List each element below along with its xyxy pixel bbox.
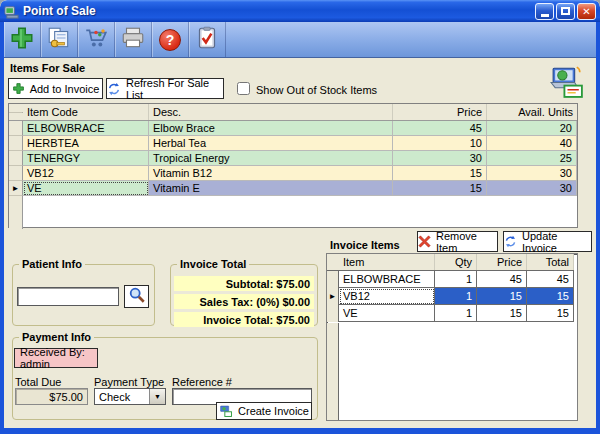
window-border-bottom bbox=[0, 428, 600, 434]
items-for-sale-table: Item Code Desc. Price Avail. Units ELBOW… bbox=[8, 103, 578, 228]
payment-type-dropdown[interactable]: Check ▼ bbox=[94, 388, 166, 405]
refresh-for-sale-label: Refresh For Sale List bbox=[126, 77, 223, 101]
row-selector[interactable] bbox=[9, 151, 23, 166]
cell-price[interactable]: 30 bbox=[393, 151, 487, 166]
payment-info-title: Payment Info bbox=[19, 331, 94, 343]
app-icon bbox=[4, 4, 19, 19]
cell-price[interactable]: 10 bbox=[393, 136, 487, 151]
cell-qty[interactable]: 1 bbox=[435, 288, 477, 305]
table-row-selected[interactable]: ► VE Vitamin E 15 30 bbox=[9, 181, 577, 196]
table-row[interactable]: HERBTEA Herbal Tea 10 40 bbox=[9, 136, 577, 151]
row-selector[interactable] bbox=[9, 136, 23, 151]
toolbar-items-button[interactable] bbox=[41, 22, 78, 57]
row-selector[interactable] bbox=[9, 166, 23, 181]
cell-desc[interactable]: Vitamin B12 bbox=[149, 166, 393, 181]
cell-desc[interactable]: Herbal Tea bbox=[149, 136, 393, 151]
cell-qty[interactable]: 1 bbox=[435, 305, 477, 322]
maximize-button[interactable] bbox=[556, 3, 575, 20]
cell-total[interactable]: 45 bbox=[527, 271, 574, 288]
add-to-invoice-button[interactable]: Add to Invoice bbox=[8, 78, 103, 99]
cell-price[interactable]: 15 bbox=[393, 166, 487, 181]
payment-type-label: Payment Type bbox=[94, 376, 164, 388]
chevron-down-icon[interactable]: ▼ bbox=[149, 389, 165, 404]
cell-avail-units[interactable]: 40 bbox=[487, 136, 577, 151]
toolbar-help-button[interactable]: ? bbox=[152, 22, 189, 57]
patient-search-button[interactable] bbox=[124, 285, 149, 308]
cell-item-code[interactable]: VE bbox=[23, 181, 149, 196]
row-selector-arrow[interactable]: ► bbox=[9, 181, 23, 196]
cell-qty[interactable]: 1 bbox=[435, 271, 477, 288]
cell-avail-units[interactable]: 25 bbox=[487, 151, 577, 166]
column-header-item[interactable]: Item bbox=[339, 254, 435, 270]
table-row[interactable]: VB12 Vitamin B12 15 30 bbox=[9, 166, 577, 181]
cell-price[interactable]: 45 bbox=[477, 271, 527, 288]
toolbar-print-button[interactable] bbox=[115, 22, 152, 57]
toolbar-checkout-button[interactable] bbox=[189, 22, 226, 57]
close-button[interactable]: ✕ bbox=[577, 3, 596, 20]
table-row[interactable]: ELBOWBRACE Elbow Brace 45 20 bbox=[9, 121, 577, 136]
row-selector[interactable] bbox=[327, 305, 339, 322]
create-invoice-icon bbox=[219, 404, 233, 418]
column-header-qty[interactable]: Qty bbox=[435, 254, 477, 270]
help-icon: ? bbox=[159, 29, 181, 51]
refresh-for-sale-button[interactable]: Refresh For Sale List bbox=[106, 78, 224, 99]
cell-avail-units[interactable]: 30 bbox=[487, 166, 577, 181]
refresh-icon bbox=[107, 82, 121, 96]
cell-desc[interactable]: Vitamin E bbox=[149, 181, 393, 196]
row-selector[interactable] bbox=[327, 271, 339, 288]
table-row[interactable]: VE 1 15 15 bbox=[327, 305, 574, 322]
cell-avail-units[interactable]: 30 bbox=[487, 181, 577, 196]
invoice-total-strip: Invoice Total: $75.00 bbox=[174, 312, 314, 327]
minimize-button[interactable] bbox=[535, 3, 554, 20]
cell-total[interactable]: 15 bbox=[527, 305, 574, 322]
remove-x-icon bbox=[418, 235, 431, 248]
cell-item-code[interactable]: HERBTEA bbox=[23, 136, 149, 151]
items-for-sale-title: Items For Sale bbox=[10, 62, 85, 74]
cell-price[interactable]: 45 bbox=[393, 121, 487, 136]
remove-item-button[interactable]: Remove Item bbox=[417, 231, 498, 252]
table-row-selected[interactable]: ► VB12 1 15 15 bbox=[327, 288, 574, 305]
point-of-sale-window: Point of Sale ✕ ? bbox=[0, 0, 600, 434]
invoice-items-title: Invoice Items bbox=[330, 239, 400, 251]
column-header-price[interactable]: Price bbox=[477, 254, 527, 270]
column-header-price[interactable]: Price bbox=[393, 104, 487, 120]
cell-item[interactable]: ELBOWBRACE bbox=[339, 271, 435, 288]
patient-search-input[interactable] bbox=[17, 287, 119, 306]
cell-item-code[interactable]: ELBOWBRACE bbox=[23, 121, 149, 136]
column-header-avail-units[interactable]: Avail. Units bbox=[487, 104, 577, 120]
row-header-corner bbox=[9, 112, 23, 113]
window-border-right bbox=[596, 22, 600, 428]
toolbar-cart-button[interactable] bbox=[78, 22, 115, 57]
patient-info-title: Patient Info bbox=[19, 258, 85, 270]
row-selector-arrow[interactable]: ► bbox=[327, 288, 339, 305]
cell-item[interactable]: VB12 bbox=[339, 288, 435, 305]
create-invoice-button[interactable]: Create Invoice bbox=[216, 402, 312, 420]
cell-desc[interactable]: Elbow Brace bbox=[149, 121, 393, 136]
column-header-desc[interactable]: Desc. bbox=[149, 104, 393, 120]
print-icon bbox=[120, 25, 146, 55]
table-row[interactable]: TENERGY Tropical Energy 30 25 bbox=[9, 151, 577, 166]
cell-total[interactable]: 15 bbox=[527, 288, 574, 305]
cell-price[interactable]: 15 bbox=[477, 305, 527, 322]
cell-item-code[interactable]: TENERGY bbox=[23, 151, 149, 166]
update-invoice-label: Update Invoice bbox=[522, 230, 591, 254]
cell-desc[interactable]: Tropical Energy bbox=[149, 151, 393, 166]
table-row[interactable]: ELBOWBRACE 1 45 45 bbox=[327, 271, 574, 288]
create-invoice-label: Create Invoice bbox=[238, 405, 309, 417]
show-out-of-stock-checkbox[interactable] bbox=[237, 82, 250, 95]
add-icon bbox=[9, 25, 35, 55]
column-header-item-code[interactable]: Item Code bbox=[23, 104, 149, 120]
cell-price[interactable]: 15 bbox=[393, 181, 487, 196]
subtotal-strip: Subtotal: $75.00 bbox=[174, 276, 314, 291]
update-invoice-button[interactable]: Update Invoice bbox=[503, 231, 592, 252]
cell-item-code[interactable]: VB12 bbox=[23, 166, 149, 181]
cell-avail-units[interactable]: 20 bbox=[487, 121, 577, 136]
row-selector[interactable] bbox=[9, 121, 23, 136]
titlebar: Point of Sale ✕ bbox=[0, 0, 600, 22]
column-header-total[interactable]: Total bbox=[527, 254, 574, 270]
invoice-table-header: Item Qty Price Total bbox=[327, 254, 574, 271]
cell-item[interactable]: VE bbox=[339, 305, 435, 322]
invoice-total-title: Invoice Total bbox=[177, 258, 249, 270]
toolbar-add-button[interactable] bbox=[4, 22, 41, 57]
cell-price[interactable]: 15 bbox=[477, 288, 527, 305]
